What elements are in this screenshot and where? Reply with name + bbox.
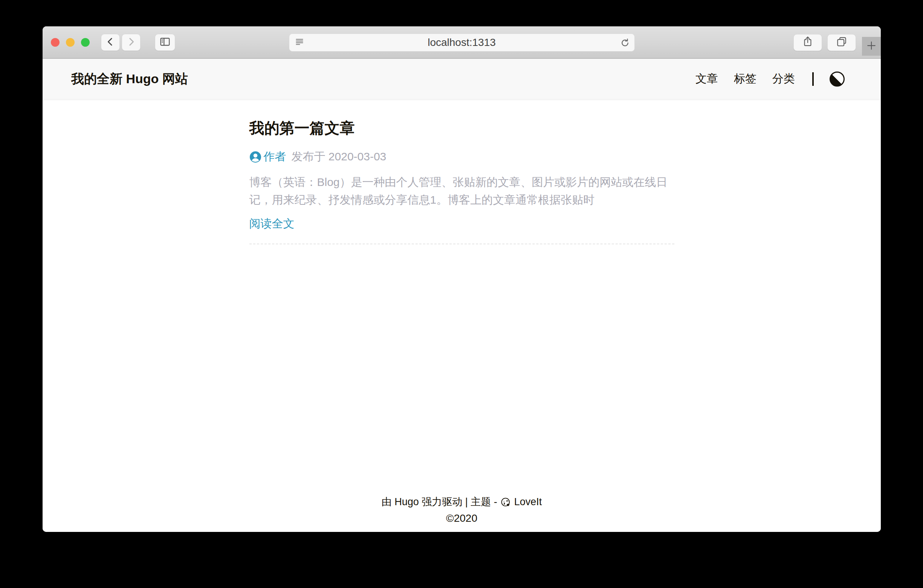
forward-button[interactable]: [122, 34, 141, 51]
tabs-overview-icon: [836, 36, 847, 49]
chevron-left-icon: [105, 36, 116, 49]
minimize-button[interactable]: [66, 38, 75, 47]
site-title-link[interactable]: 我的全新 Hugo 网站: [71, 70, 188, 88]
post-summary-card: 我的第一篇文章 作者 发布于 2020-03-03 博客（英语：Blog）是一种…: [250, 99, 674, 244]
address-bar[interactable]: localhost:1313: [289, 33, 635, 52]
main-content: 我的第一篇文章 作者 发布于 2020-03-03 博客（英语：Blog）是一种…: [43, 99, 881, 532]
nav-item-posts[interactable]: 文章: [695, 71, 718, 87]
new-tab-button[interactable]: [862, 37, 881, 56]
footer-prefix-text: 由 Hugo 强力驱动 | 主题 -: [382, 493, 497, 510]
post-title[interactable]: 我的第一篇文章: [250, 118, 674, 139]
read-more-link[interactable]: 阅读全文: [250, 216, 295, 231]
browser-window: localhost:1313: [43, 26, 881, 532]
copyright-text: ©2020: [43, 510, 881, 527]
user-circle-icon: [250, 151, 261, 163]
plus-icon: [865, 39, 878, 54]
reader-view-icon[interactable]: [294, 36, 305, 49]
theme-toggle-icon[interactable]: [829, 72, 845, 87]
post-summary-text: 博客（英语：Blog）是一种由个人管理、张贴新的文章、图片或影片的网站或在线日记…: [250, 174, 674, 208]
sidebar-icon: [159, 36, 171, 49]
author-name: 作者: [264, 149, 286, 164]
browser-toolbar: localhost:1313: [43, 26, 881, 59]
footer-powered-by: 由 Hugo 强力驱动 | 主题 - LoveIt: [43, 493, 881, 510]
share-button[interactable]: [793, 34, 822, 51]
reload-icon[interactable]: [619, 37, 631, 50]
close-button[interactable]: [51, 38, 59, 47]
nav-separator: [812, 72, 814, 86]
author-link[interactable]: 作者: [250, 149, 286, 164]
site-header: 我的全新 Hugo 网站 文章 标签 分类: [43, 59, 881, 99]
sidebar-toggle-button[interactable]: [155, 34, 175, 51]
window-controls: [51, 38, 90, 47]
web-page: 我的全新 Hugo 网站 文章 标签 分类 我的第一篇文章: [43, 59, 881, 532]
post-meta: 作者 发布于 2020-03-03: [250, 149, 674, 164]
empty-space: [43, 244, 881, 493]
site-nav: 文章 标签 分类: [695, 71, 845, 87]
theme-link[interactable]: LoveIt: [514, 493, 542, 510]
back-button[interactable]: [101, 34, 120, 51]
site-footer: 由 Hugo 强力驱动 | 主题 - LoveIt ©2020: [43, 493, 881, 532]
kiss-wink-heart-icon: [500, 497, 511, 508]
share-icon: [802, 36, 814, 49]
nav-item-tags[interactable]: 标签: [734, 71, 757, 87]
zoom-button[interactable]: [81, 38, 90, 47]
url-text[interactable]: localhost:1313: [312, 36, 612, 49]
show-all-tabs-button[interactable]: [827, 34, 856, 51]
nav-item-categories[interactable]: 分类: [772, 71, 795, 87]
publish-date: 发布于 2020-03-03: [292, 149, 386, 164]
chevron-right-icon: [125, 36, 137, 49]
